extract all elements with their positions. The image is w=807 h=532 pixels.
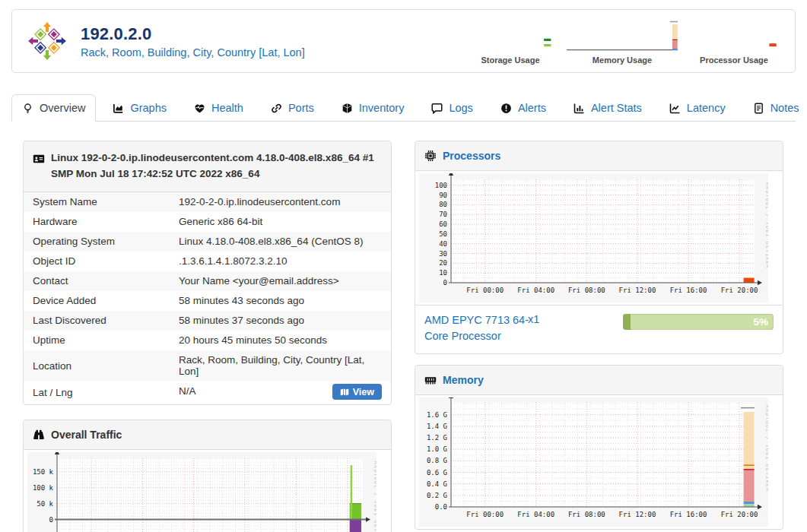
system-info-row: Last Discovered58 minutes 37 seconds ago	[24, 311, 391, 331]
row-label: Operating System	[24, 232, 170, 252]
row-label: Location	[24, 350, 170, 382]
svg-text:150 k: 150 k	[33, 467, 54, 475]
svg-text:Fri 00:00: Fri 00:00	[466, 287, 504, 294]
tabs: OverviewGraphsHealthPortsInventoryLogsAl…	[11, 94, 807, 121]
memory-title[interactable]: Memory	[443, 374, 484, 386]
row-value: Rack, Room, Building, City, Country [Lat…	[179, 354, 364, 377]
mini-memory-graph[interactable]	[565, 17, 679, 55]
mini-processor-graph[interactable]	[688, 17, 780, 55]
svg-text:40: 40	[439, 240, 447, 248]
svg-text:RRDTOOL / TOBI OETIKER: RRDTOOL / TOBI OETIKER	[373, 461, 376, 532]
tab-graphs[interactable]: Graphs	[102, 94, 177, 122]
minigraph-label: Processor Usage	[700, 55, 768, 65]
row-value-cell: .1.3.6.1.4.1.8072.3.2.10	[170, 252, 391, 271]
binoculars-icon	[33, 429, 45, 441]
row-label: System Name	[24, 192, 170, 212]
cpu-count: x1	[528, 313, 539, 325]
svg-text:Fri 20:00: Fri 20:00	[721, 511, 758, 518]
row-value-cell: 58 minutes 43 seconds ago	[170, 291, 391, 311]
svg-text:30: 30	[439, 250, 447, 258]
tab-logs[interactable]: Logs	[421, 94, 483, 122]
system-info-row: LocationRack, Room, Building, City, Coun…	[24, 350, 391, 382]
svg-text:1.2 G: 1.2 G	[427, 434, 447, 442]
row-label: Uptime	[24, 331, 170, 350]
system-info-row: Lat / LngN/AView	[24, 382, 391, 404]
svg-text:Fri 04:00: Fri 04:00	[517, 287, 554, 294]
right-column: Processors 0102030405060708090100Fri 00:…	[415, 141, 783, 530]
mini-storage-graph[interactable]	[465, 17, 556, 55]
system-info-row: Object ID.1.3.6.1.4.1.8072.3.2.10	[24, 252, 391, 271]
view-location-button[interactable]: View	[332, 384, 382, 400]
minigraph-storage-usage[interactable]: Storage Usage	[465, 17, 556, 65]
device-header: 192.0.2.0 Rack, Room, Building, City, Co…	[11, 9, 796, 73]
svg-text:1.6 G: 1.6 G	[427, 411, 447, 419]
processors-header: Processors	[415, 141, 783, 171]
tab-health[interactable]: Health	[183, 94, 254, 122]
link-icon	[271, 103, 282, 114]
minigraph-label: Memory Usage	[593, 55, 652, 65]
tab-overview[interactable]: Overview	[11, 94, 96, 122]
memory-panel: Memory 0.00.2 G0.4 G0.6 G0.8 G1.0 G1.2 G…	[415, 365, 783, 530]
row-value: Your Name <your@email.address>	[179, 275, 339, 287]
row-value-cell: Your Name <your@email.address>	[170, 271, 391, 291]
system-info-row: Device Added58 minutes 43 seconds ago	[24, 291, 391, 311]
tab-notes[interactable]: Notes	[742, 94, 807, 122]
row-value-cell: Rack, Room, Building, City, Country [Lat…	[170, 350, 391, 382]
tab-alerts[interactable]: Alerts	[490, 94, 557, 122]
cpu-name-link[interactable]: AMD EPYC 7713 64-Core Processor	[424, 312, 535, 344]
minigraph-memory-usage[interactable]: Memory Usage	[565, 17, 679, 65]
cpu-usage-bar: 5%	[623, 314, 774, 330]
tab-inventory[interactable]: Inventory	[331, 94, 415, 122]
svg-text:RRDTOOL / TOBI OETIKER: RRDTOOL / TOBI OETIKER	[765, 182, 768, 269]
row-value: 192-0-2-0.ip.linodeusercontent.com	[179, 196, 340, 207]
map-icon	[340, 388, 349, 397]
row-value: Generic x86 64-bit	[179, 216, 262, 227]
svg-text:Fri 20:00: Fri 20:00	[721, 287, 758, 294]
tab-ports[interactable]: Ports	[260, 94, 325, 122]
system-info-row: Uptime20 hours 45 minutes 50 seconds	[24, 331, 391, 350]
device-location-link[interactable]: Rack, Room, Building, City, Country [Lat…	[81, 46, 305, 59]
row-label: Lat / Lng	[24, 382, 170, 404]
row-value: 20 hours 45 minutes 50 seconds	[179, 334, 327, 346]
comment-icon	[431, 103, 443, 114]
tab-label: Health	[211, 102, 243, 114]
device-title: 192.0.2.0	[81, 24, 305, 44]
main-content: Linux 192-0-2-0.ip.linodeusercontent.com…	[23, 141, 784, 532]
row-label: Hardware	[24, 212, 170, 232]
memory-graph[interactable]: 0.00.2 G0.4 G0.6 G0.8 G1.0 G1.2 G1.4 G1.…	[415, 395, 783, 529]
svg-text:0: 0	[49, 515, 53, 523]
heart-pulse-icon	[194, 103, 205, 114]
svg-text:0.2 G: 0.2 G	[427, 492, 447, 499]
row-value-cell: Linux 4.18.0-408.el8.x86_64 (CentOS 8)	[170, 232, 391, 252]
svg-text:80: 80	[439, 201, 447, 208]
system-banner: Linux 192-0-2-0.ip.linodeusercontent.com…	[51, 150, 382, 182]
tab-label: Latency	[687, 102, 726, 114]
svg-text:20: 20	[439, 259, 447, 267]
tab-alert-stats[interactable]: Alert Stats	[563, 94, 653, 122]
processors-panel: Processors 0102030405060708090100Fri 00:…	[415, 141, 783, 354]
system-info-row: ContactYour Name <your@email.address>	[24, 271, 391, 291]
svg-text:0.6 G: 0.6 G	[427, 469, 447, 477]
overall-traffic-graph[interactable]: 050 k100 k150 k-50 k-100 k-150 k-200 kFr…	[24, 450, 391, 532]
row-value: .1.3.6.1.4.1.8072.3.2.10	[179, 255, 288, 267]
svg-text:10: 10	[439, 269, 447, 277]
svg-text:100 k: 100 k	[33, 483, 54, 491]
tab-latency[interactable]: Latency	[659, 94, 736, 122]
processors-graph[interactable]: 0102030405060708090100Fri 00:00Fri 04:00…	[415, 171, 783, 305]
tab-label: Inventory	[359, 102, 405, 114]
processors-title[interactable]: Processors	[443, 150, 500, 162]
system-info-row: Operating SystemLinux 4.18.0-408.el8.x86…	[24, 232, 391, 252]
minigraph-processor-usage[interactable]: Processor Usage	[688, 17, 780, 65]
chart-area-icon	[113, 103, 124, 114]
system-info-table: System Name192-0-2-0.ip.linodeuserconten…	[24, 192, 391, 404]
svg-text:Fri 04:00: Fri 04:00	[517, 511, 554, 518]
svg-text:0.4 G: 0.4 G	[427, 480, 447, 488]
svg-text:0: 0	[443, 279, 447, 287]
chart-line-icon	[669, 103, 681, 114]
svg-text:100: 100	[435, 182, 447, 189]
row-value-cell: Generic x86 64-bit	[170, 212, 391, 232]
id-card-icon	[33, 153, 45, 165]
system-info-panel: Linux 192-0-2-0.ip.linodeusercontent.com…	[23, 141, 392, 405]
row-value: N/A	[179, 385, 196, 397]
row-label: Contact	[24, 271, 170, 291]
